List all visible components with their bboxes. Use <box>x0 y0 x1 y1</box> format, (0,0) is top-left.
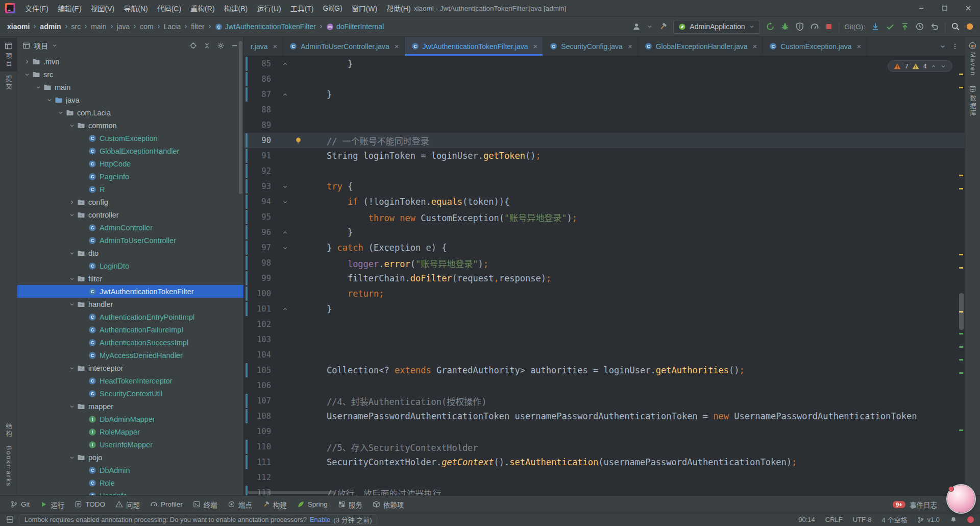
tree-row[interactable]: dto <box>17 247 243 259</box>
close-button[interactable] <box>957 0 980 16</box>
coverage-icon[interactable] <box>795 22 804 31</box>
breadcrumb-item[interactable]: Lacia <box>163 22 182 31</box>
tool-button-database[interactable]: 数据库 <box>965 81 980 122</box>
line-number[interactable]: 92 <box>248 166 279 176</box>
close-icon[interactable]: × <box>395 42 399 50</box>
enable-link[interactable]: Enable <box>310 516 330 523</box>
tree-row[interactable]: CHttpCode <box>17 157 243 170</box>
inspection-widget[interactable]: 7 4 <box>888 60 952 72</box>
close-icon[interactable]: × <box>628 42 632 50</box>
code-line[interactable]: 95 throw new CustomException("账号异地登录"); <box>244 209 965 225</box>
line-number[interactable]: 91 <box>248 151 279 160</box>
menu-item[interactable]: 代码(C) <box>153 0 186 16</box>
tree-row[interactable]: CAuthenticationEntryPointImpl <box>17 310 243 323</box>
tree-row[interactable]: common <box>17 119 243 132</box>
tree-row[interactable]: CAuthenticationFailureImpl <box>17 323 243 336</box>
code-line[interactable]: 98 logger.error("账号异地登录"); <box>244 255 965 271</box>
rollback-icon[interactable] <box>930 22 939 31</box>
next-issue-icon[interactable] <box>940 63 946 69</box>
editor-tab[interactable]: CAdminToUserController.java× <box>283 37 404 56</box>
collapse-all-icon[interactable] <box>203 42 211 50</box>
git-push-icon[interactable] <box>900 22 910 31</box>
line-number[interactable]: 97 <box>248 243 279 252</box>
tool-button-todo[interactable]: TODO <box>69 496 110 513</box>
code-line[interactable]: 101 } <box>244 301 965 317</box>
line-number[interactable]: 98 <box>248 258 279 268</box>
error-stripe[interactable] <box>958 56 965 495</box>
tool-button-bookmarks[interactable]: Bookmarks <box>0 442 17 491</box>
line-number[interactable]: 102 <box>248 320 279 329</box>
previous-issue-icon[interactable] <box>930 63 937 69</box>
menu-item[interactable]: 帮助(H) <box>382 0 415 16</box>
code-line[interactable]: 93 try { <box>244 179 965 194</box>
notification-dot-icon[interactable] <box>966 22 974 31</box>
fold-marker-icon[interactable] <box>279 199 290 205</box>
menu-item[interactable]: Git(G) <box>318 0 347 16</box>
chevron-down-icon[interactable] <box>647 23 653 30</box>
line-number[interactable]: 111 <box>248 458 279 467</box>
tree-row[interactable]: filter <box>17 272 243 285</box>
line-number[interactable]: 109 <box>248 427 279 436</box>
chevron-down-icon[interactable] <box>55 110 66 116</box>
menu-item[interactable]: 重构(R) <box>186 0 219 16</box>
code-line[interactable]: 104 <box>244 347 965 363</box>
code-line[interactable]: 90 // 一个账号不能同时登录 <box>244 133 965 148</box>
close-icon[interactable]: × <box>533 42 538 50</box>
editor-tab[interactable]: CCustomException.java× <box>763 37 867 56</box>
line-number[interactable]: 101 <box>248 304 279 314</box>
build-hammer-icon[interactable] <box>658 22 668 31</box>
debug-button-icon[interactable] <box>780 22 790 31</box>
line-number[interactable]: 96 <box>248 228 279 237</box>
line-number[interactable]: 104 <box>248 350 279 360</box>
fold-marker-icon[interactable] <box>279 306 290 312</box>
menu-item[interactable]: 工具(T) <box>286 0 318 16</box>
fold-marker-icon[interactable] <box>279 245 290 251</box>
code-line[interactable]: 92 <box>244 163 965 179</box>
code-line[interactable]: 87 } <box>244 87 965 102</box>
code-line[interactable]: 97 } catch (Exception e) { <box>244 240 965 255</box>
tree-row[interactable]: handler <box>17 298 243 310</box>
minimize-button[interactable] <box>910 0 933 16</box>
code-line[interactable]: 110 //5、存入SecurityContextHolder <box>244 439 965 455</box>
history-icon[interactable] <box>915 22 924 31</box>
breadcrumb-item[interactable]: filter <box>190 22 205 31</box>
breadcrumb-item[interactable]: xiaomi <box>6 22 31 31</box>
line-number[interactable]: 112 <box>248 473 279 482</box>
close-icon[interactable]: × <box>273 42 277 50</box>
menu-item[interactable]: 窗口(W) <box>347 0 382 16</box>
breadcrumb-item[interactable]: java <box>116 22 131 31</box>
editor-tab[interactable]: CJwtAuthenticationTokenFilter.java× <box>405 37 544 56</box>
tree-row[interactable]: CPageInfo <box>17 170 243 183</box>
code-line[interactable]: 89 <box>244 117 965 133</box>
line-number[interactable]: 94 <box>248 197 279 206</box>
breadcrumb-item[interactable]: com <box>139 22 154 31</box>
line-number[interactable]: 86 <box>248 75 279 84</box>
code-line[interactable]: 85 } <box>244 56 965 71</box>
chevron-right-icon[interactable] <box>21 59 32 65</box>
tool-window-switcher-icon[interactable] <box>6 516 14 523</box>
chevron-down-icon[interactable] <box>52 42 58 49</box>
tool-button-structure[interactable]: 结构 <box>0 419 17 442</box>
tool-button-project[interactable]: 项目 <box>0 38 17 71</box>
project-panel-title[interactable]: 项目 <box>34 40 48 51</box>
code-line[interactable]: 99 filterChain.doFilter(request,response… <box>244 271 965 286</box>
chevron-down-icon[interactable] <box>66 455 77 461</box>
menu-item[interactable]: 视图(V) <box>86 0 119 16</box>
tree-row[interactable]: pojo <box>17 451 243 464</box>
tool-button-terminal[interactable]: 终端 <box>188 496 223 513</box>
tree-row[interactable]: java <box>17 93 243 106</box>
tree-row[interactable]: controller <box>17 208 243 221</box>
close-icon[interactable]: × <box>857 42 862 50</box>
tool-button-problems[interactable]: 问题 <box>110 496 145 513</box>
tree-row[interactable]: CLoginDto <box>17 259 243 272</box>
gear-icon[interactable] <box>217 42 225 50</box>
tool-button-deps[interactable]: 依赖项 <box>368 496 409 513</box>
code-line[interactable]: 109 <box>244 424 965 439</box>
indent-style[interactable]: 4 个空格 <box>882 515 908 524</box>
code-line[interactable]: 91 String loginToken = loginUser.getToke… <box>244 148 965 163</box>
status-red-indicator[interactable] <box>967 516 974 523</box>
chevron-down-icon[interactable] <box>66 212 77 218</box>
chevron-down-icon[interactable] <box>44 97 55 103</box>
maximize-button[interactable] <box>933 0 957 16</box>
menu-item[interactable]: 运行(U) <box>252 0 285 16</box>
